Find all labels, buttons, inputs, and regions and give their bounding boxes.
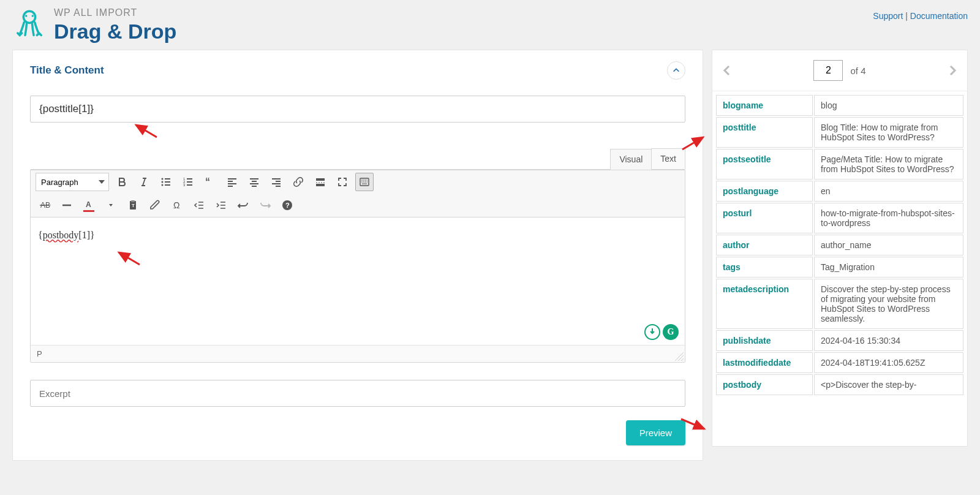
post-title-input[interactable]: [30, 96, 685, 123]
svg-point-0: [23, 11, 35, 23]
table-row[interactable]: tagsTag_Migration: [716, 257, 963, 278]
field-key[interactable]: posttitle: [716, 117, 813, 148]
redo-button[interactable]: [256, 196, 274, 214]
preview-button[interactable]: Preview: [626, 420, 685, 445]
grammarly-tone-icon[interactable]: [644, 324, 660, 340]
prev-record-button[interactable]: [718, 62, 736, 79]
excerpt-input[interactable]: [30, 380, 685, 407]
svg-text:Ω: Ω: [173, 200, 179, 210]
table-row[interactable]: posttitleBlog Title: How to migrate from…: [716, 117, 963, 148]
svg-text:?: ?: [285, 202, 290, 209]
table-row[interactable]: postseotitlePage/Meta Title: How to migr…: [716, 149, 963, 179]
field-key[interactable]: posturl: [716, 203, 813, 233]
chevron-right-icon: [946, 64, 959, 77]
table-row[interactable]: blognameblog: [716, 95, 963, 116]
numbered-list-button[interactable]: 123: [179, 173, 197, 191]
svg-point-4: [162, 181, 164, 183]
field-key[interactable]: metadescription: [716, 279, 813, 329]
fullscreen-button[interactable]: [333, 173, 352, 191]
field-key[interactable]: lastmodifieddate: [716, 352, 813, 373]
page-title: Drag & Drop: [54, 20, 176, 43]
field-value[interactable]: blog: [814, 95, 963, 116]
table-row[interactable]: lastmodifieddate2024-04-18T19:41:05.625Z: [716, 352, 963, 373]
field-key[interactable]: postseotitle: [716, 149, 813, 179]
field-value[interactable]: Page/Meta Title: How to migrate from Hub…: [814, 149, 963, 179]
field-value[interactable]: 2024-04-16 15:30:34: [814, 330, 963, 351]
svg-rect-10: [316, 178, 325, 181]
align-left-button[interactable]: [223, 173, 241, 191]
header-links: Support | Documentation: [873, 11, 968, 21]
italic-button[interactable]: [135, 173, 153, 191]
clear-formatting-button[interactable]: [146, 196, 164, 214]
svg-point-5: [162, 184, 164, 186]
tab-text[interactable]: Text: [651, 148, 685, 169]
field-value[interactable]: 2024-04-18T19:41:05.625Z: [814, 352, 963, 373]
svg-text:3: 3: [183, 183, 186, 187]
bullet-list-button[interactable]: [157, 173, 175, 191]
read-more-button[interactable]: [311, 173, 330, 191]
field-value[interactable]: en: [814, 181, 963, 202]
help-button[interactable]: ?: [278, 196, 296, 214]
undo-button[interactable]: [234, 196, 252, 214]
align-right-button[interactable]: [267, 173, 285, 191]
app-name: WP ALL IMPORT: [54, 7, 176, 18]
field-value[interactable]: author_name: [814, 235, 963, 255]
table-row[interactable]: posturlhow-to-migrate-from-hubspot-sites…: [716, 203, 963, 233]
field-value[interactable]: Blog Title: How to migrate from HubSpot …: [814, 117, 963, 148]
field-key[interactable]: postbody: [716, 374, 813, 395]
svg-rect-11: [316, 184, 325, 186]
field-value[interactable]: Discover the step-by-step process of mig…: [814, 279, 963, 329]
horizontal-rule-button[interactable]: [58, 196, 76, 214]
svg-rect-16: [131, 200, 135, 202]
svg-point-1: [25, 15, 28, 17]
record-total: of 4: [850, 66, 865, 76]
content-textarea[interactable]: {postbody[1]} G: [31, 217, 685, 345]
svg-point-2: [32, 15, 34, 17]
field-key[interactable]: tags: [716, 257, 813, 278]
record-fields-scroll[interactable]: blognameblogposttitleBlog Title: How to …: [712, 91, 967, 446]
indent-button[interactable]: [212, 196, 230, 214]
format-select[interactable]: Paragraph: [36, 173, 109, 191]
wpai-logo-icon: [12, 7, 47, 42]
editor-toolbar: Paragraph 123 “: [31, 170, 685, 217]
strikethrough-button[interactable]: ABC: [36, 196, 54, 214]
outdent-button[interactable]: [190, 196, 208, 214]
align-center-button[interactable]: [245, 173, 263, 191]
tab-visual[interactable]: Visual: [610, 149, 652, 170]
table-row[interactable]: postlanguageen: [716, 181, 963, 202]
table-row[interactable]: postbody<p>Discover the step-by-: [716, 374, 963, 395]
field-key[interactable]: author: [716, 235, 813, 255]
svg-text:A: A: [86, 200, 91, 209]
grammarly-icon[interactable]: G: [663, 324, 679, 340]
bold-button[interactable]: [113, 173, 131, 191]
link-button[interactable]: [289, 173, 307, 191]
blockquote-button[interactable]: “: [201, 173, 219, 191]
table-row[interactable]: authorauthor_name: [716, 235, 963, 255]
table-row[interactable]: publishdate2024-04-16 15:30:34: [716, 330, 963, 351]
toolbar-toggle-button[interactable]: [355, 173, 374, 191]
paste-text-button[interactable]: T: [124, 196, 142, 214]
field-value[interactable]: <p>Discover the step-by-: [814, 374, 963, 395]
title-content-panel: Title & Content Visual Text Paragraph: [12, 50, 703, 461]
resize-handle-icon[interactable]: [675, 352, 684, 361]
field-key[interactable]: publishdate: [716, 330, 813, 351]
text-color-button[interactable]: A: [80, 196, 98, 214]
field-key[interactable]: blogname: [716, 95, 813, 116]
field-key[interactable]: postlanguage: [716, 181, 813, 202]
special-character-button[interactable]: Ω: [168, 196, 186, 214]
chevron-up-icon: [672, 66, 680, 75]
next-record-button[interactable]: [944, 62, 961, 79]
field-value[interactable]: Tag_Migration: [814, 257, 963, 278]
documentation-link[interactable]: Documentation: [910, 11, 968, 21]
support-link[interactable]: Support: [873, 11, 903, 21]
record-preview-panel: of 4 blognameblogposttitleBlog Title: Ho…: [712, 50, 968, 447]
table-row[interactable]: metadescriptionDiscover the step-by-step…: [716, 279, 963, 329]
svg-text:“: “: [205, 176, 210, 187]
svg-text:T: T: [132, 203, 135, 208]
field-value[interactable]: how-to-migrate-from-hubspot-sites-to-wor…: [814, 203, 963, 233]
record-number-input[interactable]: [813, 60, 843, 81]
svg-point-3: [162, 178, 164, 180]
collapse-toggle[interactable]: [667, 61, 685, 80]
text-color-dropdown[interactable]: [102, 196, 120, 214]
record-fields-table: blognameblogposttitleBlog Title: How to …: [712, 91, 967, 399]
